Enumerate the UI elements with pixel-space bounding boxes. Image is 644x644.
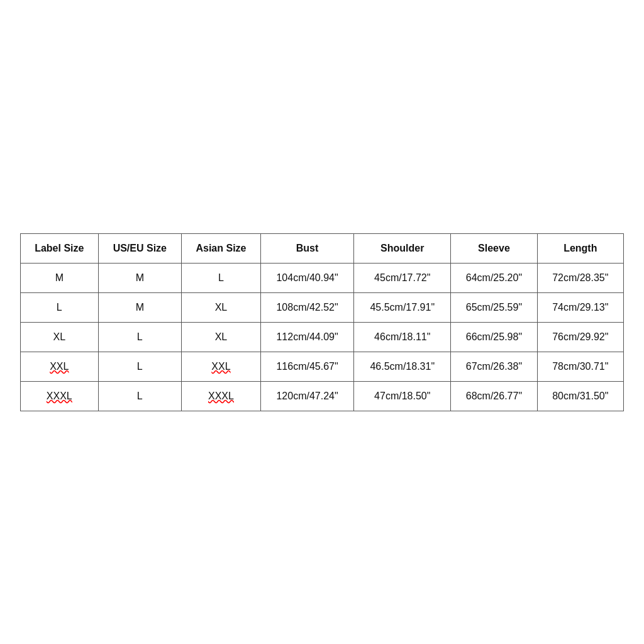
- cell-sleeve-row3: 67cm/26.38": [451, 352, 537, 381]
- table-header-row: Label Size US/EU Size Asian Size Bust Sh…: [21, 233, 624, 263]
- col-header-useu-size: US/EU Size: [98, 233, 181, 263]
- cell-sleeve-row1: 65cm/25.59": [451, 292, 537, 322]
- cell-asian_size-row1: XL: [182, 292, 261, 322]
- cell-length-row0: 72cm/28.35": [537, 263, 623, 292]
- cell-sleeve-row2: 66cm/25.98": [451, 322, 537, 352]
- cell-useu_size-row3: L: [98, 352, 181, 381]
- cell-shoulder-row1: 45.5cm/17.91": [354, 292, 451, 322]
- cell-shoulder-row4: 47cm/18.50": [354, 381, 451, 411]
- cell-bust-row4: 120cm/47.24": [260, 381, 353, 411]
- col-header-sleeve: Sleeve: [451, 233, 537, 263]
- cell-bust-row3: 116cm/45.67": [260, 352, 353, 381]
- cell-label_size-row0: M: [21, 263, 99, 292]
- col-header-bust: Bust: [260, 233, 353, 263]
- cell-asian_size-row2: XL: [182, 322, 261, 352]
- cell-length-row2: 76cm/29.92": [537, 322, 623, 352]
- col-header-shoulder: Shoulder: [354, 233, 451, 263]
- cell-length-row1: 74cm/29.13": [537, 292, 623, 322]
- cell-asian_size-row3: XXL: [182, 352, 261, 381]
- cell-shoulder-row0: 45cm/17.72": [354, 263, 451, 292]
- col-header-length: Length: [537, 233, 623, 263]
- cell-useu_size-row1: M: [98, 292, 181, 322]
- cell-shoulder-row3: 46.5cm/18.31": [354, 352, 451, 381]
- col-header-label-size: Label Size: [21, 233, 99, 263]
- table-row: XXXLLXXXL120cm/47.24"47cm/18.50"68cm/26.…: [21, 381, 624, 411]
- table-row: XXLLXXL116cm/45.67"46.5cm/18.31"67cm/26.…: [21, 352, 624, 381]
- size-chart-table: Label Size US/EU Size Asian Size Bust Sh…: [20, 233, 624, 411]
- size-chart-wrapper: Label Size US/EU Size Asian Size Bust Sh…: [20, 233, 624, 411]
- table-row: MML104cm/40.94"45cm/17.72"64cm/25.20"72c…: [21, 263, 624, 292]
- cell-bust-row2: 112cm/44.09": [260, 322, 353, 352]
- cell-label_size-row3: XXL: [21, 352, 99, 381]
- cell-sleeve-row0: 64cm/25.20": [451, 263, 537, 292]
- cell-useu_size-row4: L: [98, 381, 181, 411]
- cell-length-row3: 78cm/30.71": [537, 352, 623, 381]
- cell-label_size-row1: L: [21, 292, 99, 322]
- table-row: LMXL108cm/42.52"45.5cm/17.91"65cm/25.59"…: [21, 292, 624, 322]
- cell-shoulder-row2: 46cm/18.11": [354, 322, 451, 352]
- cell-length-row4: 80cm/31.50": [537, 381, 623, 411]
- table-row: XLLXL112cm/44.09"46cm/18.11"66cm/25.98"7…: [21, 322, 624, 352]
- cell-bust-row0: 104cm/40.94": [260, 263, 353, 292]
- cell-asian_size-row0: L: [182, 263, 261, 292]
- cell-label_size-row2: XL: [21, 322, 99, 352]
- cell-useu_size-row2: L: [98, 322, 181, 352]
- col-header-asian-size: Asian Size: [182, 233, 261, 263]
- cell-asian_size-row4: XXXL: [182, 381, 261, 411]
- cell-sleeve-row4: 68cm/26.77": [451, 381, 537, 411]
- cell-label_size-row4: XXXL: [21, 381, 99, 411]
- cell-useu_size-row0: M: [98, 263, 181, 292]
- cell-bust-row1: 108cm/42.52": [260, 292, 353, 322]
